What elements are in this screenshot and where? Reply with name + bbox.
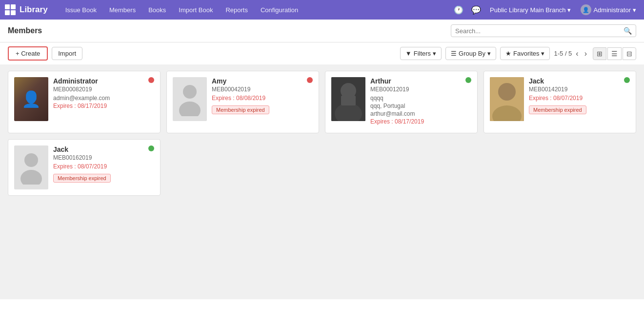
nav-import-book[interactable]: Import Book [173,3,219,17]
svg-point-0 [183,85,197,99]
empty-space [166,139,319,196]
member-card[interactable]: Arthur MEB00012019 qqqq qqq, Portugal ar… [325,71,478,133]
member-expires: Expires : 08/17/2019 [370,118,471,125]
empty-content-area [0,202,644,299]
member-expires: Expires : 08/07/2019 [529,95,630,102]
expired-badge: Membership expired [212,105,269,114]
groupby-label: Group By [459,50,485,57]
nav-reports[interactable]: Reports [220,3,254,17]
kanban-view-button[interactable]: ⊞ [593,47,606,60]
member-name: Jack [529,77,630,85]
card-info: Arthur MEB00012019 qqqq qqq, Portugal ar… [370,77,471,127]
card-header: Jack MEB00162019 Expires : 08/07/2019 Me… [14,145,154,189]
svg-point-7 [498,83,516,101]
card-header: Jack MEB00142019 Expires : 08/07/2019 Me… [490,77,630,121]
card-info: Administrator MEB00082019 admin@example.… [53,77,154,121]
filters-button[interactable]: ▼ Filters ▾ [400,47,442,60]
card-header: 👤 Administrator MEB00082019 admin@exampl… [14,77,154,121]
status-badge [148,77,154,83]
status-badge [624,77,630,83]
nav-configuration[interactable]: Configuration [255,3,304,17]
member-card[interactable]: Jack MEB00162019 Expires : 08/07/2019 Me… [8,139,161,196]
list-view-button[interactable]: ☰ [607,47,622,60]
card-header: Amy MEB00042019 Expires : 08/08/2019 Mem… [173,77,313,121]
pagination: 1-5 / 5 ‹ › [554,48,589,59]
status-badge [465,77,471,83]
cards-row-2: Jack MEB00162019 Expires : 08/07/2019 Me… [0,133,644,202]
user-menu[interactable]: 👤 Administrator ▾ [578,2,639,17]
member-email: admin@example.com [53,95,154,102]
svg-point-9 [24,153,38,167]
page-title: Members [8,26,446,35]
member-photo: 👤 [14,77,48,121]
create-button[interactable]: + Create [8,46,48,61]
placeholder-avatar-icon [178,82,202,116]
nav-right: 🕐 💬 Public Library Main Branch ▾ 👤 Admin… [452,2,639,17]
view-buttons: ⊞ ☰ ⊟ [593,47,636,60]
branch-selector[interactable]: Public Library Main Branch ▾ [487,4,574,16]
filters-label: Filters [414,50,431,57]
search-input[interactable] [455,27,624,35]
member-card[interactable]: 👤 Administrator MEB00082019 admin@exampl… [8,71,161,133]
star-icon: ★ [505,50,511,57]
member-extra1: qqqq [370,95,471,102]
grid-view-button[interactable]: ⊟ [623,47,636,60]
search-icon: 🔍 [624,27,632,35]
member-id: MEB00042019 [212,86,313,93]
search-box: 🔍 [451,24,636,37]
user-avatar: 👤 [581,4,591,15]
card-info: Jack MEB00142019 Expires : 08/07/2019 Me… [529,77,630,121]
clock-icon[interactable]: 🕐 [452,3,465,17]
member-photo-placeholder [173,77,207,121]
member-expires: Expires : 08/08/2019 [212,95,313,102]
branch-dropdown-icon: ▾ [567,6,571,14]
import-button[interactable]: Import [52,47,82,60]
next-page-button[interactable]: › [583,48,589,59]
member-name: Administrator [53,77,154,85]
main-content: Members 🔍 + Create Import ▼ Filters ▾ ☰ … [0,20,644,310]
empty-space [483,139,636,196]
filter-icon: ▼ [405,50,412,57]
member-id: MEB00082019 [53,86,154,93]
chat-icon[interactable]: 💬 [469,3,483,17]
app-name: Library [20,5,48,15]
member-expires: Expires : 08/17/2019 [53,103,154,109]
groupby-button[interactable]: ☰ Group By ▾ [445,47,496,60]
favorites-label: Favorites [513,50,539,57]
member-photo [331,77,365,121]
action-bar: + Create Import ▼ Filters ▾ ☰ Group By ▾… [0,42,644,65]
member-id: MEB00012019 [370,86,471,93]
status-badge [307,77,313,83]
member-extra2: qqq, Portugal [370,103,471,109]
navbar: Library Issue Book Members Books Import … [0,0,644,20]
favorites-dropdown-icon: ▾ [541,50,544,57]
nav-books[interactable]: Books [142,3,172,17]
card-info: Jack MEB00162019 Expires : 08/07/2019 Me… [53,145,154,189]
groupby-icon: ☰ [451,50,457,57]
favorites-button[interactable]: ★ Favorites ▾ [500,47,550,60]
member-name: Arthur [370,77,471,85]
svg-point-1 [179,102,201,116]
filters-dropdown-icon: ▾ [433,50,436,57]
user-name: Administrator [593,6,631,14]
svg-point-10 [20,170,42,185]
prev-page-button[interactable]: ‹ [574,48,580,59]
user-dropdown-icon: ▾ [633,6,636,14]
action-bar-right: ▼ Filters ▾ ☰ Group By ▾ ★ Favorites ▾ 1… [400,47,636,60]
nav-members[interactable]: Members [103,3,141,17]
member-name: Amy [212,77,313,85]
groupby-dropdown-icon: ▾ [487,50,491,57]
member-name: Jack [53,145,154,153]
member-card[interactable]: Amy MEB00042019 Expires : 08/08/2019 Mem… [166,71,319,133]
member-expires: Expires : 08/07/2019 [53,163,154,170]
member-card[interactable]: Jack MEB00142019 Expires : 08/07/2019 Me… [483,71,636,133]
branch-name: Public Library Main Branch [490,6,565,14]
jack1-photo [490,77,524,121]
svg-rect-5 [341,96,356,105]
nav-issue-book[interactable]: Issue Book [60,3,102,17]
app-logo-icon[interactable] [5,4,16,15]
member-id: MEB00142019 [529,86,630,93]
pagination-text: 1-5 / 5 [554,50,572,57]
member-email: arthur@mail.com [370,110,471,117]
cards-row-1: 👤 Administrator MEB00082019 admin@exampl… [0,65,644,133]
